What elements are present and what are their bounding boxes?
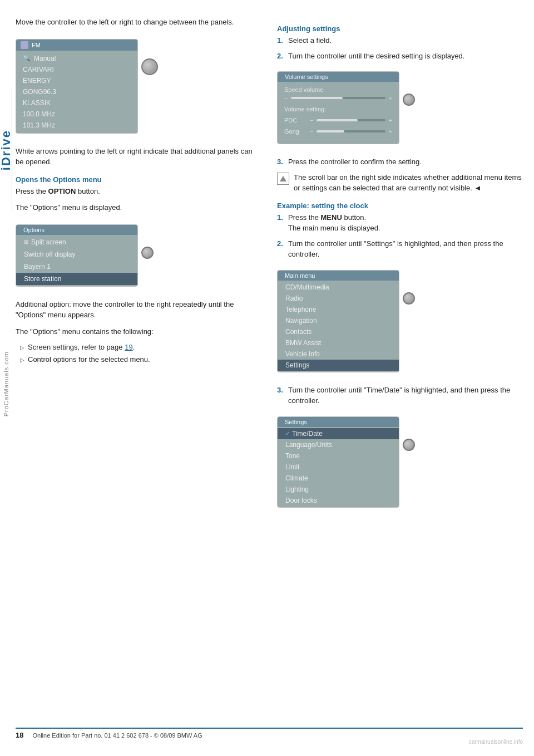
option-bold: OPTION [48, 187, 76, 195]
speed-bar-fill [291, 97, 343, 99]
speed-volume-row: Speed volume − + [284, 86, 392, 101]
gong-plus: + [389, 128, 392, 135]
bullet-item-control: ▷ Control options for the selected menu. [20, 355, 260, 365]
radio-icon [21, 41, 28, 49]
options-header: Options [16, 225, 137, 235]
speed-bar-track [291, 97, 385, 99]
note-triangle-icon [277, 173, 289, 185]
menu-knob [403, 292, 415, 305]
menu-row-contacts: Contacts [278, 326, 399, 337]
gong-row: Gong − + [284, 128, 392, 135]
fm-screen: FM 🔍 Manual CARIVARI ENERGY GONG96.3 [16, 39, 138, 134]
menu-row-navigation: Navigation [278, 315, 399, 326]
volume-screen: Volume settings Speed volume − + [277, 71, 399, 144]
fm-row-gong: GONG96.3 [16, 86, 137, 97]
bullet-arrow-2: ▷ [20, 356, 24, 364]
opens-menu-heading: Opens the Options menu [16, 175, 260, 184]
options-contains-text: The "Options" menu contains the followin… [16, 326, 260, 337]
main-menu-screen: Main menu CD/Multimedia Radio Telephone … [277, 270, 399, 372]
fm-row-manual: 🔍 Manual [16, 53, 137, 64]
options-row-bayern: Bayern 1 [16, 261, 137, 273]
speed-minus: − [284, 95, 288, 101]
main-menu-body: CD/Multimedia Radio Telephone Navigation… [278, 281, 399, 372]
options-row-switchoff: Switch off display [16, 248, 137, 261]
example-heading: Example: setting the clock [277, 202, 522, 210]
fm-screen-wrapper: FM 🔍 Manual CARIVARI ENERGY GONG96.3 [16, 33, 260, 140]
sidebar-idrive-label: iDrive [0, 89, 12, 212]
volume-screen-wrapper: Volume settings Speed volume − + [277, 66, 522, 151]
note-box: The scroll bar on the right side indicat… [277, 172, 522, 194]
pdc-row: PDC − + [284, 117, 392, 124]
menu-row-radio: Radio [278, 293, 399, 304]
settings-screen: Settings ✓ Time/Date Language/Units Tone… [277, 416, 399, 508]
note-text: The scroll bar on the right side indicat… [294, 172, 522, 194]
volume-knob [403, 94, 415, 106]
watermark: carmanualsonline.info [469, 739, 523, 745]
options-knob [141, 247, 154, 259]
settings-row-climate: Climate [278, 473, 399, 484]
menu-row-vehicleinfo: Vehicle Info [278, 348, 399, 360]
fm-screen-header: FM [16, 40, 137, 51]
volume-setting-row: Volume setting: [284, 106, 392, 112]
additional-option-text: Additional option: move the controller t… [16, 299, 260, 321]
clock-step-2: 2. Turn the controller until "Settings" … [277, 238, 522, 260]
pdc-bar-track [317, 119, 385, 121]
fm-screen-body: 🔍 Manual CARIVARI ENERGY GONG96.3 KLASSI… [16, 51, 137, 133]
options-screen: Options ⊞ Split screen Switch off displa… [16, 224, 138, 287]
step3-clock-list: 3. Turn the controller until "Time/Date"… [277, 385, 522, 406]
pdc-minus: − [310, 117, 313, 124]
bullet-item-screen: ▷ Screen settings, refer to page 19. [20, 342, 260, 352]
fm-row-klassik: KLASSIK [16, 97, 137, 109]
white-arrows-text: White arrows pointing to the left or rig… [16, 146, 260, 168]
clock-step-3: 3. Turn the controller until "Time/Date"… [277, 385, 522, 406]
pdc-bar-fill [317, 119, 358, 121]
fm-row-100mhz: 100.0 MHz [16, 109, 137, 120]
left-column: Move the controller to the left or right… [16, 17, 260, 520]
fm-row-101mhz: 101.3 MHz [16, 120, 137, 131]
right-column: Adjusting settings 1. Select a field. 2.… [277, 17, 522, 520]
clock-steps-list: 1. Press the MENU button.The main menu i… [277, 212, 522, 260]
menu-bold: MENU [321, 213, 342, 222]
controller-knob [141, 58, 158, 75]
gong-minus: − [310, 128, 313, 135]
settings-knob [403, 439, 415, 451]
options-bullet-list: ▷ Screen settings, refer to page 19. ▷ C… [20, 342, 260, 365]
footer-text: Online Edition for Part no. 01 41 2 602 … [32, 732, 202, 739]
adjust-step-1: 1. Select a field. [277, 35, 522, 46]
adjust-step-2: 2. Turn the controller until the desired… [277, 51, 522, 62]
options-row-store: Store station [16, 273, 137, 285]
menu-row-settings: Settings [278, 360, 399, 371]
check-icon: ✓ [285, 430, 290, 436]
volume-header: Volume settings [278, 72, 399, 82]
adjusting-heading: Adjusting settings [277, 24, 522, 33]
main-content: Move the controller to the left or right… [16, 17, 523, 520]
main-menu-wrapper: Main menu CD/Multimedia Radio Telephone … [277, 264, 522, 379]
options-row-split: ⊞ Split screen [16, 236, 137, 248]
intro-text: Move the controller to the left or right… [16, 17, 260, 28]
opens-menu-para1: Press the OPTION button. [16, 186, 260, 197]
settings-header: Settings [278, 417, 399, 427]
speed-plus: + [389, 95, 392, 101]
page-footer: 18 Online Edition for Part no. 01 41 2 6… [16, 728, 523, 739]
options-body: ⊞ Split screen Switch off display Bayern… [16, 235, 137, 286]
page-number: 18 [16, 731, 23, 739]
sidebar-procar-label: ProCarManuals.com [0, 306, 12, 462]
split-icon: ⊞ [24, 239, 28, 245]
settings-row-doorlocks: Door locks [278, 495, 399, 506]
step3-list: 3. Press the controller to confirm the s… [277, 156, 522, 168]
bullet-arrow-1: ▷ [20, 344, 24, 352]
menu-row-bmwassist: BMW Assist [278, 337, 399, 348]
fm-row-energy: ENERGY [16, 75, 137, 86]
settings-row-limit: Limit [278, 462, 399, 473]
volume-body: Speed volume − + Volume setting: [278, 82, 399, 144]
fm-row-carivari: CARIVARI [16, 64, 137, 75]
settings-row-lighting: Lighting [278, 484, 399, 495]
settings-row-timedate: ✓ Time/Date [278, 428, 399, 439]
settings-screen-wrapper: Settings ✓ Time/Date Language/Units Tone… [277, 411, 522, 514]
opens-menu-para2: The "Options" menu is displayed. [16, 202, 260, 213]
options-screen-wrapper: Options ⊞ Split screen Switch off displa… [16, 219, 260, 293]
search-icon: 🔍 [23, 55, 31, 62]
page-link-19[interactable]: 19 [125, 343, 132, 351]
main-menu-header: Main menu [278, 271, 399, 281]
settings-row-language: Language/Units [278, 439, 399, 450]
